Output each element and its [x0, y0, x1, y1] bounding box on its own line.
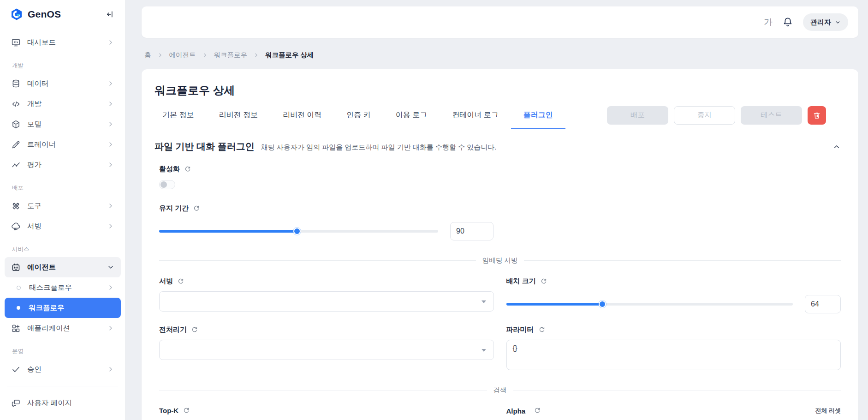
sidebar-nav: 대시보드 개발 데이터 개발 모델 트레이너 평가 배포 [0, 29, 125, 413]
reset-icon[interactable] [177, 278, 184, 285]
sidebar-item-serving[interactable]: 서빙 [5, 216, 121, 236]
breadcrumb-current: 워크플로우 상세 [265, 51, 314, 60]
chevron-right-icon [107, 39, 114, 46]
preprocessor-label: 전처리기 [159, 325, 187, 334]
logo-row: GenOS [0, 0, 125, 29]
breadcrumb-home[interactable]: 홈 [144, 51, 151, 60]
sidebar-item-user-page[interactable]: 사용자 페이지 [5, 393, 121, 413]
preprocessor-field: 전처리기 [159, 325, 494, 370]
notification-bell-icon[interactable] [782, 16, 794, 28]
topbar: 가 관리자 [142, 6, 858, 38]
retention-slider[interactable] [159, 230, 438, 233]
sidebar-divider [7, 386, 118, 386]
sidebar-item-approval[interactable]: 승인 [5, 359, 121, 379]
sidebar-item-data[interactable]: 데이터 [5, 73, 121, 94]
batch-size-value-input[interactable] [805, 295, 841, 313]
tools-icon [11, 201, 21, 211]
search-divider: 검색 [159, 386, 841, 395]
deploy-button[interactable]: 배포 [607, 106, 668, 125]
reset-icon[interactable] [183, 407, 190, 414]
reset-icon[interactable] [540, 278, 547, 285]
tab-container-log[interactable]: 컨테이너 로그 [440, 102, 511, 129]
cube-icon [11, 120, 21, 129]
retention-label-row: 유지 기간 [159, 204, 200, 213]
trash-icon [813, 111, 821, 120]
parameter-textarea[interactable]: {} [506, 340, 841, 370]
reset-icon[interactable] [184, 166, 191, 173]
tab-revision-history[interactable]: 리비전 이력 [270, 102, 334, 129]
serving-select[interactable] [159, 291, 494, 312]
chevron-right-icon [107, 100, 114, 108]
tab-plugin[interactable]: 플러그인 [511, 102, 565, 129]
chevron-right-icon [107, 202, 114, 210]
reset-all-link[interactable]: 전체 리셋 [815, 407, 841, 415]
collapse-section-button[interactable] [832, 143, 841, 151]
stop-button[interactable]: 중지 [674, 106, 735, 125]
embedding-row-1: 서빙 배치 크기 [142, 265, 858, 313]
reset-icon[interactable] [193, 205, 200, 212]
reset-icon[interactable] [191, 326, 198, 334]
bullet-circle-icon [17, 286, 21, 290]
sidebar-item-evaluation[interactable]: 평가 [5, 155, 121, 175]
sidebar-item-label: 승인 [27, 365, 42, 374]
code-icon [11, 99, 21, 109]
chevron-right-icon [107, 366, 114, 373]
external-page-icon [11, 398, 21, 408]
tab-revision-info[interactable]: 리비전 정보 [206, 102, 270, 129]
serving-field: 서빙 [159, 277, 494, 313]
sidebar-item-agent[interactable]: 에이전트 [5, 257, 121, 277]
plugin-section-title: 파일 기반 대화 플러그인 [155, 140, 255, 153]
chevron-up-icon [832, 143, 841, 151]
slider-thumb[interactable] [599, 300, 606, 308]
sidebar-item-tools[interactable]: 도구 [5, 196, 121, 216]
activation-toggle[interactable] [159, 180, 175, 189]
batch-size-field: 배치 크기 [506, 277, 841, 313]
sidebar-item-taskflow[interactable]: 태스크플로우 [5, 277, 121, 298]
chevron-right-icon [253, 52, 259, 58]
breadcrumb-workflow[interactable]: 워크플로우 [214, 51, 248, 60]
sidebar-item-label: 트레이너 [27, 140, 56, 150]
sidebar-item-trainer[interactable]: 트레이너 [5, 134, 121, 155]
test-button[interactable]: 테스트 [741, 106, 802, 125]
genos-logo-icon [10, 8, 23, 21]
sidebar-item-label: 워크플로우 [29, 303, 65, 313]
activation-label: 활성화 [159, 165, 180, 174]
breadcrumb-agent[interactable]: 에이전트 [169, 51, 196, 60]
profile-label: 관리자 [810, 18, 831, 27]
retention-value-input[interactable] [450, 222, 493, 240]
chevron-right-icon [202, 52, 208, 58]
sidebar-item-application[interactable]: 애플리케이션 [5, 318, 121, 338]
slider-fill [159, 230, 297, 233]
tab-auth-key[interactable]: 인증 키 [334, 102, 383, 129]
tab-basic-info[interactable]: 기본 정보 [150, 102, 206, 129]
activation-label-row: 활성화 [159, 165, 191, 174]
database-icon [11, 79, 21, 89]
preprocessor-select[interactable] [159, 340, 494, 360]
font-size-toggle[interactable]: 가 [764, 16, 773, 28]
bullet-dot-icon [17, 306, 20, 310]
alpha-field: Alpha 전체 리셋 [506, 407, 841, 415]
monitor-icon [11, 38, 21, 48]
activation-field: 활성화 [142, 165, 858, 189]
parameter-label: 파라미터 [506, 325, 534, 334]
batch-size-slider[interactable] [506, 303, 793, 306]
sidebar-item-develop[interactable]: 개발 [5, 94, 121, 114]
profile-menu[interactable]: 관리자 [803, 13, 848, 31]
delete-button[interactable] [808, 106, 826, 125]
sidebar-item-model[interactable]: 모델 [5, 114, 121, 134]
sidebar-item-label: 데이터 [27, 79, 49, 89]
reset-icon[interactable] [538, 326, 546, 334]
chevron-down-icon [107, 264, 114, 271]
retention-field: 유지 기간 [142, 204, 858, 240]
nav-section-service: 서비스 [5, 236, 121, 257]
sidebar-item-dashboard[interactable]: 대시보드 [5, 32, 121, 53]
reset-icon[interactable] [534, 407, 541, 414]
sidebar-collapse-icon[interactable] [103, 8, 115, 20]
sidebar-item-workflow[interactable]: 워크플로우 [5, 298, 121, 318]
slider-thumb[interactable] [293, 228, 301, 235]
batch-size-label: 배치 크기 [506, 277, 536, 286]
chevron-right-icon [107, 222, 114, 230]
grid-plus-icon [11, 324, 21, 333]
caret-down-icon [482, 349, 486, 352]
tab-usage-log[interactable]: 이용 로그 [383, 102, 440, 129]
